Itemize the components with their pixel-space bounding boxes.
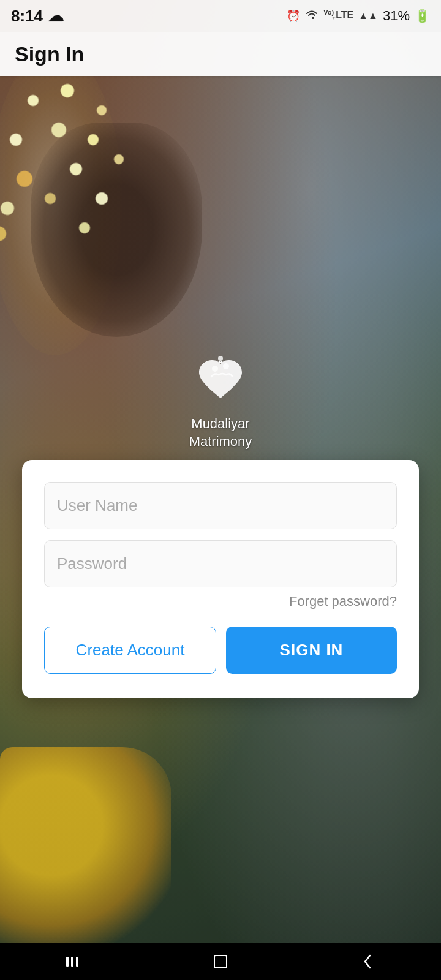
signal-icon: ▲▲ bbox=[358, 10, 378, 21]
svg-rect-6 bbox=[214, 956, 227, 968]
username-input[interactable] bbox=[44, 482, 397, 529]
status-time: 8:14 bbox=[11, 7, 43, 26]
lte-icon: Vo)⁺LTE bbox=[323, 9, 353, 23]
status-right-section: ⏰ Vo)⁺LTE ▲▲ 31% 🔋 bbox=[287, 8, 430, 24]
wifi-icon bbox=[305, 9, 318, 23]
create-account-button[interactable]: Create Account bbox=[44, 627, 216, 674]
logo-text: Mudaliyar Matrimony bbox=[189, 415, 252, 450]
page-title: Sign In bbox=[15, 42, 84, 66]
app-logo bbox=[193, 355, 248, 410]
svg-point-2 bbox=[218, 356, 223, 361]
flowers-decoration bbox=[0, 61, 153, 257]
login-card: Forget password? Create Account SIGN IN bbox=[22, 460, 419, 698]
svg-point-1 bbox=[223, 363, 229, 369]
nav-menu-button[interactable] bbox=[55, 943, 92, 980]
alarm-icon: ⏰ bbox=[287, 9, 300, 23]
nav-back-button[interactable] bbox=[349, 943, 386, 980]
svg-rect-3 bbox=[66, 957, 69, 967]
password-input[interactable] bbox=[44, 540, 397, 587]
battery-icon: 🔋 bbox=[415, 9, 430, 23]
cloud-icon: ☁ bbox=[48, 7, 64, 26]
navigation-bar bbox=[0, 943, 441, 980]
logo-name: Mudaliyar bbox=[189, 415, 252, 433]
status-bar: 8:14 ☁ ⏰ Vo)⁺LTE ▲▲ 31% 🔋 bbox=[0, 0, 441, 32]
logo-section: Mudaliyar Matrimony bbox=[22, 355, 419, 450]
sign-in-button[interactable]: SIGN IN bbox=[226, 627, 397, 674]
battery-percent: 31% bbox=[383, 8, 410, 24]
logo-name2: Matrimony bbox=[189, 433, 252, 451]
forgot-password-link[interactable]: Forget password? bbox=[289, 594, 397, 609]
svg-rect-5 bbox=[76, 957, 78, 967]
forgot-password-row: Forget password? bbox=[44, 594, 397, 609]
header-bar: Sign In bbox=[0, 32, 441, 76]
svg-rect-4 bbox=[71, 957, 74, 967]
status-time-section: 8:14 ☁ bbox=[11, 7, 64, 26]
buttons-row: Create Account SIGN IN bbox=[44, 627, 397, 674]
bottom-saree-decoration bbox=[0, 747, 172, 943]
svg-point-0 bbox=[212, 366, 218, 372]
nav-home-button[interactable] bbox=[202, 943, 239, 980]
card-wrapper: Mudaliyar Matrimony Forget password? Cre… bbox=[22, 355, 419, 698]
